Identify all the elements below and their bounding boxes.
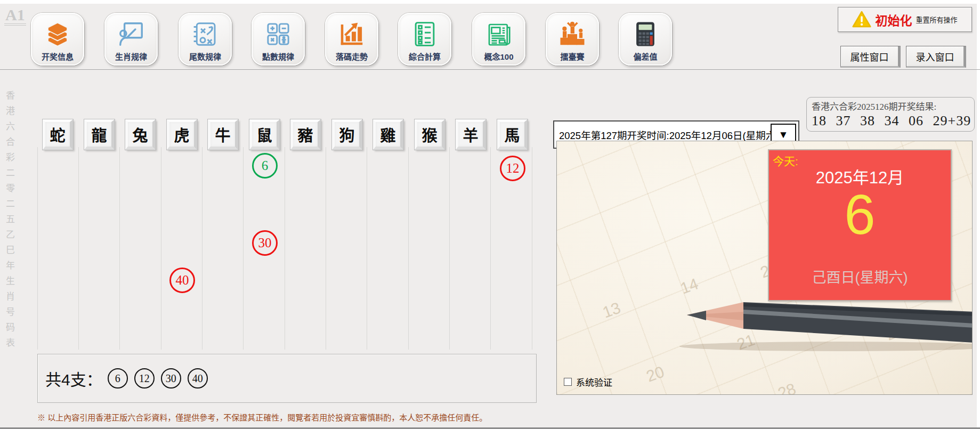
corner-label: A1 <box>4 6 26 26</box>
grid-line <box>285 147 285 350</box>
checklist-icon <box>410 18 439 51</box>
vertical-caption: 香港六合彩二零二五乙巳年生肖号码表 <box>3 91 16 353</box>
grid-line <box>408 147 409 350</box>
disclaimer-text: ※ 以上內容引用香港正版六合彩資料，僅提供參考，不保證其正確性，閱覽者若用於投資… <box>37 411 487 423</box>
zodiac-button-dog[interactable]: 狗 <box>332 119 362 150</box>
summary-number: 30 <box>166 373 176 385</box>
toolbar-divider <box>0 69 980 70</box>
zodiac-label: 雞 <box>380 123 395 145</box>
grid-line <box>161 147 161 350</box>
warning-icon <box>852 11 871 28</box>
presenter-icon <box>117 18 145 51</box>
system-verify-checkbox[interactable] <box>564 378 572 386</box>
toolbar-button-points-rules[interactable]: 點數規律 <box>252 13 305 66</box>
zodiac-label: 龍 <box>91 123 107 145</box>
grid-line <box>449 147 450 350</box>
toolbar-button-label: 尾数规律 <box>189 51 221 62</box>
zodiac-button-pig[interactable]: 豬 <box>290 119 321 150</box>
toolbar-button-label: 偏差值 <box>633 51 657 62</box>
system-verify-row[interactable]: 系统验证 <box>564 375 612 388</box>
grid-line <box>78 147 79 350</box>
toolbar-button-label: 开奖信息 <box>42 51 74 62</box>
toolbar-button-label: 落碼走勢 <box>336 51 368 62</box>
toolbar-button-zodiac-rules[interactable]: 生肖规律 <box>104 13 158 66</box>
grid-line <box>326 147 326 350</box>
summary-number-badge: 40 <box>188 368 208 388</box>
properties-window-button[interactable]: 属性窗口 <box>840 46 901 68</box>
toolbar-button-concept-100[interactable]: 概念100 <box>472 13 525 66</box>
toolbar-button-label: 生肖规律 <box>115 51 147 62</box>
entry-window-label: 录入窗口 <box>916 50 954 63</box>
today-card: 今天: 2025年12月 6 己酉日(星期六) <box>768 149 952 301</box>
right-strip <box>977 0 980 427</box>
zodiac-button-horse[interactable]: 馬 <box>497 119 528 150</box>
summary-number-badge: 30 <box>161 368 181 388</box>
zodiac-label: 狗 <box>339 123 354 145</box>
init-button[interactable]: 初始化 重置所有操作 <box>838 7 972 32</box>
zodiac-label: 羊 <box>463 123 478 145</box>
zodiac-button-snake[interactable]: 蛇 <box>43 119 73 150</box>
zodiac-button-rabbit[interactable]: 兔 <box>125 119 156 150</box>
toolbar-button-label: 擂臺賽 <box>560 51 584 62</box>
zodiac-button-dragon[interactable]: 龍 <box>84 119 115 150</box>
grid-mark-30: 30 <box>252 230 278 256</box>
grid-mark-number: 12 <box>506 161 520 176</box>
zodiac-button-ox[interactable]: 牛 <box>208 119 238 150</box>
toolbar-button-label: 點數規律 <box>262 51 294 62</box>
grid-mark-number: 40 <box>176 273 189 288</box>
result-box: 香港六合彩2025126期开奖结果: 18 37 38 34 06 29+39 <box>806 97 975 132</box>
grid-mark-number: 30 <box>258 236 272 250</box>
app-window: A1 开奖信息 生肖规律 尾数规律 <box>0 0 980 429</box>
toolbar-button-trend[interactable]: 落碼走勢 <box>325 13 378 66</box>
result-title: 香港六合彩2025126期开奖结果: <box>812 99 969 112</box>
toolbar-button-composite-calc[interactable]: 綜合計算 <box>398 13 451 66</box>
zodiac-label: 猴 <box>422 123 437 145</box>
init-subtitle: 重置所有操作 <box>916 14 957 25</box>
arithmetic-icon <box>264 18 293 51</box>
zodiac-label: 虎 <box>174 123 189 145</box>
calendar-watermark: 20 <box>644 362 667 385</box>
toolbar-button-arena[interactable]: 擂臺賽 <box>546 13 599 66</box>
zodiac-button-tiger[interactable]: 虎 <box>167 119 197 150</box>
summary-box: 共4支： 6 12 30 40 <box>37 354 537 403</box>
calendar-watermark: 28 <box>775 379 798 395</box>
entry-window-button[interactable]: 录入窗口 <box>906 46 966 68</box>
toolbar-button-deviation[interactable]: 偏差值 <box>619 13 672 66</box>
summary-number: 40 <box>192 373 203 385</box>
top-strip <box>0 0 980 4</box>
zodiac-label: 蛇 <box>50 123 65 145</box>
summary-number: 6 <box>115 373 120 385</box>
calendar-panel: 13 14 22 21 20 29 28 今天: 2025年12月 6 己酉日(… <box>556 141 973 395</box>
grid-mark-number: 6 <box>262 158 269 173</box>
today-ganzhi: 己酉日(星期六) <box>769 266 951 287</box>
books-icon <box>43 18 72 51</box>
bar-chart-icon <box>337 18 366 51</box>
summary-label: 共4支： <box>45 367 102 390</box>
grid-line <box>532 147 532 350</box>
grid-line <box>119 147 120 350</box>
system-verify-label: 系统验证 <box>576 375 612 388</box>
result-numbers: 18 37 38 34 06 29+39 <box>812 113 969 129</box>
zodiac-label: 豬 <box>297 123 313 145</box>
toolbar-button-label: 概念100 <box>484 51 513 62</box>
toolbar-button-lottery-info[interactable]: 开奖信息 <box>31 13 84 66</box>
grid-line <box>367 147 367 350</box>
zodiac-label: 鼠 <box>256 123 272 145</box>
init-title: 初始化 <box>875 11 912 29</box>
grid-line <box>243 147 244 350</box>
zodiac-button-rooster[interactable]: 雞 <box>373 119 403 150</box>
zodiac-button-monkey[interactable]: 猴 <box>415 119 445 150</box>
grid-mark-6: 6 <box>252 153 278 179</box>
zodiac-label: 馬 <box>504 123 520 145</box>
strategy-icon <box>191 18 220 51</box>
properties-window-label: 属性窗口 <box>851 50 889 63</box>
toolbar-button-label: 綜合計算 <box>409 51 441 62</box>
grid-line <box>37 147 38 350</box>
zodiac-button-rat[interactable]: 鼠 <box>249 119 280 150</box>
summary-number: 12 <box>139 373 150 385</box>
toolbar-button-tail-rules[interactable]: 尾数规律 <box>179 13 232 66</box>
newspaper-icon <box>484 18 513 51</box>
summary-number-badge: 6 <box>108 368 128 388</box>
calculator-icon <box>631 18 660 51</box>
zodiac-button-goat[interactable]: 羊 <box>456 119 486 150</box>
